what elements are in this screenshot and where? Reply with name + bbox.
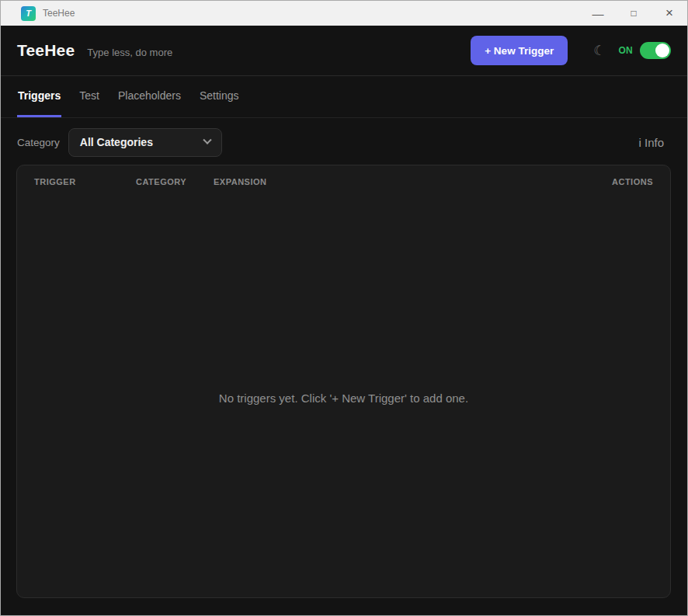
info-link[interactable]: i Info (638, 136, 664, 149)
category-select[interactable]: All Categories (68, 128, 222, 157)
page-title: TeeHee (17, 41, 75, 60)
minimize-icon: — (592, 7, 604, 20)
empty-state-message: No triggers yet. Click '+ New Trigger' t… (219, 392, 468, 405)
dark-mode-moon-icon[interactable]: ☾ (593, 43, 605, 59)
tab-bar: Triggers Test Placeholders Settings (1, 76, 687, 118)
table-body: No triggers yet. Click '+ New Trigger' t… (17, 198, 670, 597)
window-title: TeeHee (43, 8, 75, 19)
table-header-row: Trigger Category Expansion Actions (17, 165, 670, 198)
app-header: TeeHee Type less, do more + New Trigger … (1, 26, 687, 76)
tab-placeholders[interactable]: Placeholders (117, 76, 182, 117)
tab-triggers[interactable]: Triggers (17, 76, 61, 117)
category-select-value: All Categories (80, 136, 153, 148)
app-tagline: Type less, do more (87, 47, 172, 58)
column-header-trigger: Trigger (34, 177, 136, 186)
tab-test[interactable]: Test (78, 76, 100, 117)
tab-settings[interactable]: Settings (199, 76, 240, 117)
column-header-category: Category (136, 177, 214, 186)
enabled-toggle[interactable] (640, 42, 671, 59)
app-window: T TeeHee — □ × TeeHee Type less, do more… (0, 0, 688, 616)
info-label: Info (645, 136, 664, 149)
app-logo-icon: T (21, 6, 36, 21)
filter-row: Category All Categories i Info (1, 127, 687, 157)
maximize-button[interactable]: □ (616, 1, 652, 26)
new-trigger-button[interactable]: + New Trigger (471, 36, 568, 65)
triggers-table: Trigger Category Expansion Actions No tr… (16, 165, 671, 598)
info-icon: i (638, 136, 641, 149)
maximize-icon: □ (631, 8, 636, 19)
brand: TeeHee Type less, do more (17, 41, 172, 60)
header-actions: + New Trigger ☾ ON (471, 36, 671, 65)
window-controls: — □ × (580, 1, 687, 26)
close-icon: × (665, 5, 673, 21)
chevron-down-icon (203, 136, 211, 144)
column-header-actions: Actions (591, 177, 653, 186)
app-logo-letter: T (26, 9, 31, 18)
category-filter-label: Category (17, 137, 60, 148)
close-button[interactable]: × (652, 1, 687, 26)
titlebar: T TeeHee — □ × (1, 1, 687, 26)
enabled-status-label: ON (618, 45, 633, 56)
minimize-button[interactable]: — (580, 1, 616, 26)
titlebar-left: T TeeHee (1, 6, 75, 21)
column-header-expansion: Expansion (214, 177, 591, 186)
toggle-knob (655, 44, 669, 57)
